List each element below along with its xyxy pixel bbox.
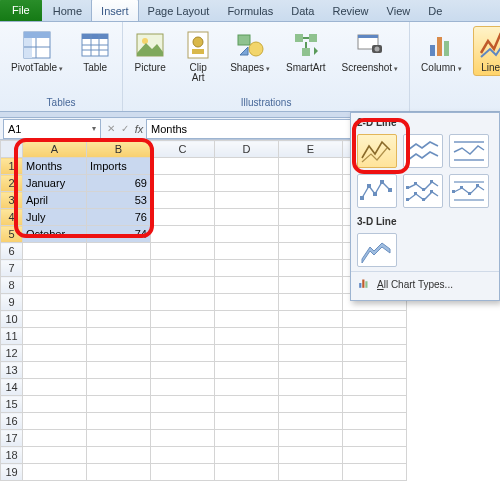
cell[interactable] xyxy=(23,430,87,447)
cell[interactable] xyxy=(87,311,151,328)
cell[interactable] xyxy=(279,345,343,362)
row-header[interactable]: 13 xyxy=(1,362,23,379)
cell[interactable] xyxy=(279,430,343,447)
cell[interactable]: July xyxy=(23,209,87,226)
cell[interactable] xyxy=(87,413,151,430)
cell[interactable]: 69 xyxy=(87,175,151,192)
column-chart-button[interactable]: Column▾ xyxy=(416,26,466,76)
tab-file[interactable]: File xyxy=(0,0,42,21)
row-header[interactable]: 8 xyxy=(1,277,23,294)
chevron-down-icon[interactable]: ▾ xyxy=(92,124,96,133)
cell[interactable] xyxy=(87,328,151,345)
row-header[interactable]: 6 xyxy=(1,243,23,260)
row-header[interactable]: 1 xyxy=(1,158,23,175)
cell[interactable]: October xyxy=(23,226,87,243)
cell[interactable] xyxy=(215,362,279,379)
row-header[interactable]: 3 xyxy=(1,192,23,209)
cell[interactable] xyxy=(279,175,343,192)
row-header[interactable]: 15 xyxy=(1,396,23,413)
cell[interactable] xyxy=(87,447,151,464)
cell[interactable] xyxy=(87,294,151,311)
cell[interactable] xyxy=(343,464,407,481)
cell[interactable] xyxy=(151,447,215,464)
cell[interactable] xyxy=(343,328,407,345)
cell[interactable] xyxy=(87,277,151,294)
cell[interactable] xyxy=(23,311,87,328)
cell[interactable] xyxy=(151,379,215,396)
cell[interactable] xyxy=(343,362,407,379)
enter-button[interactable]: ✓ xyxy=(118,123,132,134)
cell[interactable] xyxy=(87,243,151,260)
clipart-button[interactable]: Clip Art xyxy=(177,26,219,86)
cell[interactable]: Months xyxy=(23,158,87,175)
row-header[interactable]: 12 xyxy=(1,345,23,362)
cell[interactable] xyxy=(151,209,215,226)
pivottable-button[interactable]: PivotTable▾ xyxy=(6,26,68,76)
cell[interactable] xyxy=(151,260,215,277)
tab-formulas[interactable]: Formulas xyxy=(218,1,282,21)
name-box[interactable]: A1 ▾ xyxy=(3,119,101,139)
cell[interactable] xyxy=(23,294,87,311)
cell[interactable] xyxy=(215,379,279,396)
cell[interactable] xyxy=(279,158,343,175)
col-header-D[interactable]: D xyxy=(215,141,279,158)
shapes-button[interactable]: Shapes▾ xyxy=(225,26,275,76)
cell[interactable] xyxy=(343,311,407,328)
cell[interactable] xyxy=(215,260,279,277)
cell[interactable] xyxy=(215,175,279,192)
cell[interactable] xyxy=(23,277,87,294)
cell[interactable] xyxy=(151,328,215,345)
cell[interactable] xyxy=(215,464,279,481)
cell[interactable]: 76 xyxy=(87,209,151,226)
cell[interactable] xyxy=(215,294,279,311)
cell[interactable] xyxy=(343,430,407,447)
cell[interactable] xyxy=(215,192,279,209)
cell[interactable]: 74 xyxy=(87,226,151,243)
cell[interactable] xyxy=(87,379,151,396)
cell[interactable] xyxy=(343,379,407,396)
cell[interactable] xyxy=(215,396,279,413)
row-header[interactable]: 4 xyxy=(1,209,23,226)
select-all-corner[interactable] xyxy=(1,141,23,158)
cell[interactable]: 53 xyxy=(87,192,151,209)
cell[interactable] xyxy=(215,243,279,260)
cell[interactable] xyxy=(23,260,87,277)
row-header[interactable]: 14 xyxy=(1,379,23,396)
tab-page-layout[interactable]: Page Layout xyxy=(139,1,219,21)
cell[interactable] xyxy=(87,260,151,277)
tab-developer[interactable]: De xyxy=(419,1,451,21)
cancel-button[interactable]: ✕ xyxy=(104,123,118,134)
cell[interactable] xyxy=(23,243,87,260)
cell[interactable] xyxy=(215,430,279,447)
cell[interactable] xyxy=(279,447,343,464)
cell[interactable] xyxy=(279,328,343,345)
cell[interactable] xyxy=(279,379,343,396)
cell[interactable]: January xyxy=(23,175,87,192)
picture-button[interactable]: Picture xyxy=(129,26,171,76)
cell[interactable] xyxy=(151,345,215,362)
tab-home[interactable]: Home xyxy=(44,1,91,21)
row-header[interactable]: 19 xyxy=(1,464,23,481)
cell[interactable] xyxy=(23,362,87,379)
row-header[interactable]: 16 xyxy=(1,413,23,430)
cell[interactable] xyxy=(215,226,279,243)
cell[interactable] xyxy=(151,294,215,311)
fx-icon[interactable]: fx xyxy=(132,123,146,135)
cell[interactable] xyxy=(151,175,215,192)
screenshot-button[interactable]: Screenshot▾ xyxy=(337,26,404,76)
line-chart-button[interactable]: Line▾ xyxy=(473,26,500,76)
cell[interactable] xyxy=(279,413,343,430)
cell[interactable] xyxy=(151,158,215,175)
cell[interactable] xyxy=(279,294,343,311)
cell[interactable] xyxy=(87,362,151,379)
cell[interactable] xyxy=(279,243,343,260)
cell[interactable] xyxy=(279,311,343,328)
row-header[interactable]: 5 xyxy=(1,226,23,243)
cell[interactable] xyxy=(23,464,87,481)
cell[interactable] xyxy=(215,277,279,294)
row-header[interactable]: 10 xyxy=(1,311,23,328)
cell[interactable] xyxy=(215,413,279,430)
cell[interactable] xyxy=(279,192,343,209)
cell[interactable] xyxy=(87,464,151,481)
line-chart-option-100stacked[interactable] xyxy=(449,134,489,168)
